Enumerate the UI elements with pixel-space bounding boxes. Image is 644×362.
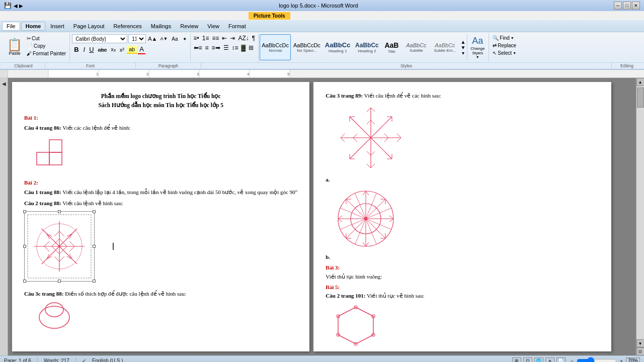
find-button[interactable]: 🔍 Find ▼	[491, 34, 518, 42]
handle-mr[interactable]	[93, 245, 96, 248]
view-options-button[interactable]: ⊡	[636, 347, 645, 355]
cut-icon: ✂	[27, 36, 31, 41]
select-dropdown-icon: ▼	[513, 51, 516, 55]
style-heading1-button[interactable]: AaBbCc Heading 1	[323, 34, 353, 60]
change-case-button[interactable]: Aa	[170, 35, 180, 43]
highlight-button[interactable]: ab	[127, 46, 137, 54]
menu-home[interactable]: Home	[21, 22, 46, 31]
menu-review[interactable]: Review	[176, 22, 202, 30]
handle-bl[interactable]	[23, 280, 26, 283]
change-styles-button[interactable]: Aa ChangeStyles ▼	[467, 34, 488, 60]
zoom-out-button[interactable]: －	[570, 357, 575, 363]
increase-indent-button[interactable]: ⇥	[229, 34, 236, 42]
svg-line-29	[44, 241, 49, 246]
styles-label[interactable]: Styles	[201, 63, 612, 69]
style-nospace-button[interactable]: AaBbCcDc No Spaci...	[291, 34, 323, 60]
bold-button[interactable]: B	[72, 45, 80, 54]
scroll-track[interactable]	[637, 86, 644, 339]
borders-button[interactable]: ⊞	[248, 44, 255, 52]
font-grow-button[interactable]: A▲	[147, 35, 158, 42]
picture-tools-tab[interactable]: Picture Tools	[249, 12, 290, 20]
handle-tl[interactable]	[23, 210, 26, 213]
align-center-button[interactable]: ≡	[204, 44, 210, 52]
handle-br[interactable]	[93, 280, 96, 283]
svg-line-89	[366, 191, 369, 195]
styles-more-button[interactable]: ▲ ▼ ▾	[459, 34, 466, 60]
scroll-down-button[interactable]: ▼	[636, 339, 645, 347]
font-name-select[interactable]: Calibri (Body)	[72, 34, 127, 43]
zoom-slider[interactable]	[577, 359, 617, 363]
menu-bar: File Home Insert Page Layout References …	[0, 20, 644, 32]
restore-button[interactable]: □	[623, 2, 631, 10]
handle-tr[interactable]	[93, 210, 96, 213]
menu-insert[interactable]: Insert	[46, 22, 68, 30]
cut-button[interactable]: ✂ Cut	[25, 35, 67, 42]
menu-page-layout[interactable]: Page Layout	[69, 22, 109, 30]
copy-button[interactable]: 📄 Copy	[25, 43, 67, 49]
align-right-button[interactable]: ≡➡	[211, 44, 221, 52]
replace-button[interactable]: ⇄ Replace	[491, 42, 518, 49]
decrease-indent-button[interactable]: ⇤	[221, 34, 228, 42]
handle-ml[interactable]	[23, 245, 26, 248]
web-layout-button[interactable]: 🌐	[534, 357, 543, 363]
style-heading2-button[interactable]: AaBbCc Heading 2	[353, 34, 381, 60]
proofing-button[interactable]: ✓	[82, 358, 86, 362]
handle-bm[interactable]	[58, 280, 61, 283]
page-right[interactable]: Câu 3 trang 89: Viết câu lệnh để vẽ các …	[313, 82, 611, 351]
page-left[interactable]: Phần mềm logo chương trình Tin học Tiểu …	[12, 82, 309, 351]
show-all-button[interactable]: ¶	[251, 34, 256, 42]
close-button[interactable]: ✕	[632, 2, 640, 10]
strikethrough-button[interactable]: abc	[97, 46, 109, 53]
menu-format[interactable]: Format	[224, 22, 250, 30]
font-size-select[interactable]: 11	[128, 34, 146, 43]
font-color-button[interactable]: A	[138, 45, 145, 54]
align-left-button[interactable]: ⬅≡	[193, 44, 203, 52]
sidebar-toggle[interactable]: ◀	[2, 81, 6, 86]
font-shrink-button[interactable]: A▼	[159, 36, 169, 42]
justify-button[interactable]: ☰	[222, 44, 230, 52]
handle-tm[interactable]	[58, 210, 61, 213]
clipboard-label[interactable]: Clipboard	[2, 63, 45, 69]
styles-scroll-up-icon: ▲	[460, 39, 465, 45]
subscript-button[interactable]: x₂	[109, 46, 117, 53]
style-subtitle-button[interactable]: AaBbCc Subtitle	[402, 34, 430, 60]
outline-button[interactable]: ≡	[545, 357, 554, 363]
editing-label[interactable]: Editing	[612, 63, 642, 69]
document-area[interactable]: Phần mềm logo chương trình Tin học Tiểu …	[8, 78, 636, 355]
right-scrollbar[interactable]: ▲ ▼ ⊡	[636, 78, 644, 355]
style-normal-button[interactable]: AaBbCcDc Normal	[260, 34, 291, 60]
italic-button[interactable]: I	[82, 45, 87, 54]
line-spacing-button[interactable]: ↕≡	[231, 44, 239, 52]
print-layout-button[interactable]: ⊞	[512, 357, 521, 363]
svg-rect-15	[49, 152, 62, 165]
draft-button[interactable]: 📄	[556, 357, 566, 363]
paragraph-label[interactable]: Paragraph	[136, 63, 201, 69]
style-subtleem-button[interactable]: AaBbCc Subtle Em...	[431, 34, 459, 60]
clear-formatting-button[interactable]: ✦	[181, 36, 188, 42]
bullets-button[interactable]: ≡•	[193, 34, 200, 42]
shading-button[interactable]: ▓	[240, 44, 247, 52]
menu-mailings[interactable]: Mailings	[147, 22, 175, 30]
sort-button[interactable]: AZ↓	[237, 34, 250, 42]
superscript-button[interactable]: x²	[118, 46, 126, 53]
format-painter-button[interactable]: 🖌 Format Painter	[25, 50, 67, 57]
underline-button[interactable]: U	[88, 45, 95, 54]
scroll-up-button[interactable]: ▲	[636, 78, 645, 86]
menu-file[interactable]: File	[2, 22, 20, 31]
zoom-level-display[interactable]: 70%	[626, 357, 640, 362]
language-display[interactable]: English (U.S.)	[92, 358, 123, 362]
numbering-button[interactable]: 1≡	[201, 34, 210, 42]
menu-references[interactable]: References	[110, 22, 146, 30]
font-label[interactable]: Font	[45, 63, 136, 69]
scroll-thumb[interactable]	[637, 87, 644, 108]
zoom-in-button[interactable]: ＋	[619, 357, 624, 363]
menu-view[interactable]: View	[203, 22, 223, 30]
paste-button[interactable]: 📋 Paste	[4, 33, 25, 61]
full-screen-button[interactable]: ⊡	[523, 357, 532, 363]
window-controls[interactable]: ─ □ ✕	[614, 2, 640, 10]
style-title-button[interactable]: AaB Title	[381, 34, 401, 60]
svg-rect-13	[49, 140, 62, 152]
multilevel-button[interactable]: ≡≡	[211, 34, 220, 42]
minimize-button[interactable]: ─	[614, 2, 622, 10]
select-button[interactable]: ↖ Select ▼	[491, 49, 518, 57]
